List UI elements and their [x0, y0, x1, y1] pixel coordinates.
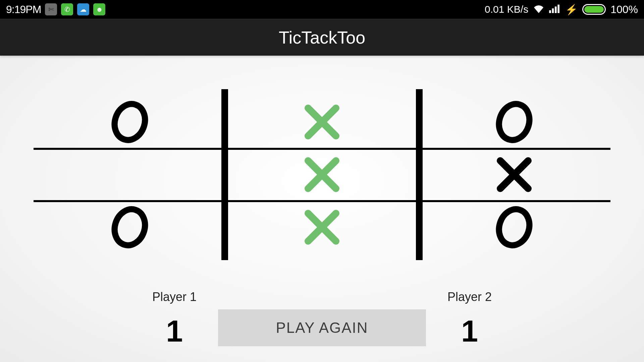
mark-x-icon	[300, 100, 344, 144]
cell-1-1[interactable]	[226, 148, 418, 201]
player2-score-block: Player 2 1	[426, 290, 513, 349]
battery-percent: 100%	[610, 3, 638, 16]
svg-point-5	[494, 100, 534, 144]
player2-score: 1	[426, 314, 513, 349]
cell-2-2[interactable]	[418, 201, 610, 253]
status-time: 9:19PM	[6, 3, 41, 16]
cell-0-0[interactable]	[34, 96, 226, 148]
signal-icon	[549, 3, 560, 16]
cell-0-2[interactable]	[418, 96, 610, 148]
data-rate: 0.01 KB/s	[485, 4, 528, 15]
player1-score: 1	[131, 314, 218, 349]
svg-point-6	[110, 205, 150, 249]
game-board	[34, 96, 610, 253]
charging-icon: ⚡	[565, 4, 578, 15]
mark-o-icon	[492, 100, 536, 144]
mark-o-icon	[108, 100, 152, 144]
cloud-icon: ☁	[77, 3, 89, 15]
svg-point-4	[110, 100, 150, 144]
svg-rect-2	[555, 6, 557, 13]
svg-point-7	[494, 205, 534, 249]
robot-icon: ☻	[93, 3, 105, 15]
mark-o-icon	[492, 205, 536, 249]
mark-x-icon	[300, 153, 344, 196]
board-cells	[34, 96, 610, 253]
battery-icon	[582, 4, 606, 15]
cell-2-1[interactable]	[226, 201, 418, 253]
app-title: TicTackToo	[279, 27, 365, 48]
wifi-icon	[533, 3, 544, 16]
mark-o-icon	[108, 205, 152, 249]
scissors-icon: ✄	[45, 3, 57, 15]
play-again-button[interactable]: PLAY AGAIN	[218, 309, 426, 346]
svg-rect-0	[549, 10, 551, 13]
cell-1-0[interactable]	[34, 148, 226, 201]
mark-x-icon	[300, 205, 344, 249]
game-area: Player 1 1 PLAY AGAIN Player 2 1	[0, 56, 644, 362]
mark-x-icon	[492, 153, 536, 196]
cell-0-1[interactable]	[226, 96, 418, 148]
phone-icon: ✆	[61, 3, 73, 15]
score-footer: Player 1 1 PLAY AGAIN Player 2 1	[64, 290, 580, 362]
player1-label: Player 1	[131, 290, 218, 304]
android-status-bar: 9:19PM ✄ ✆ ☁ ☻ 0.01 KB/s ⚡ 100%	[0, 0, 644, 19]
app-title-bar: TicTackToo	[0, 19, 644, 56]
cell-2-0[interactable]	[34, 201, 226, 253]
svg-rect-3	[558, 4, 560, 13]
cell-1-2[interactable]	[418, 148, 610, 201]
svg-rect-1	[552, 8, 554, 13]
player2-label: Player 2	[426, 290, 513, 304]
player1-score-block: Player 1 1	[131, 290, 218, 349]
